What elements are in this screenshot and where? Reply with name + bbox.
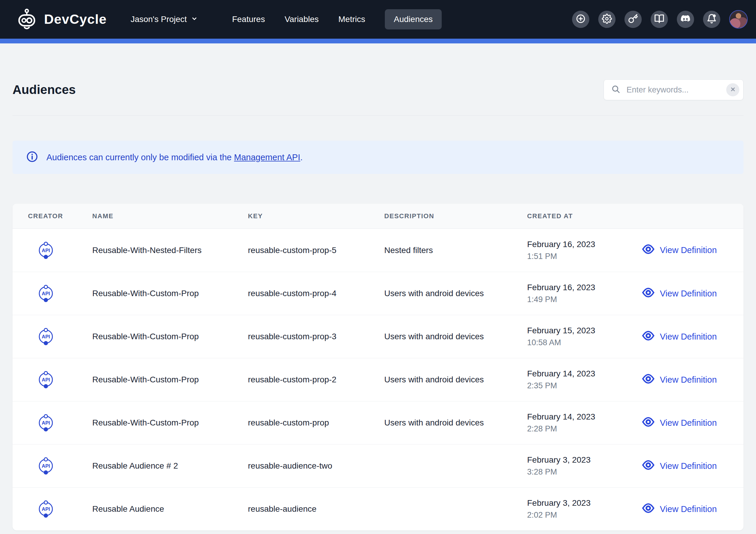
search-input[interactable] (626, 85, 726, 95)
clear-search-button[interactable] (726, 83, 739, 96)
audience-key: reusable-custom-prop (248, 418, 384, 427)
audience-description: Users with android devices (384, 418, 527, 427)
creator-cell: API (28, 413, 92, 432)
api-creator-icon: API (28, 370, 92, 389)
view-definition-label: View Definition (660, 289, 717, 298)
eye-icon (642, 502, 655, 517)
svg-text:API: API (42, 377, 50, 382)
discord-icon (680, 13, 691, 25)
bell-icon (707, 14, 717, 25)
management-api-link[interactable]: Management API (234, 153, 300, 162)
view-definition-label: View Definition (660, 245, 717, 255)
created-at-cell: February 15, 2023 10:58 AM (527, 326, 630, 347)
view-definition-link[interactable]: View Definition (630, 243, 743, 258)
created-date: February 16, 2023 (527, 283, 630, 292)
created-at-cell: February 3, 2023 2:02 PM (527, 498, 630, 520)
api-creator-icon: API (28, 284, 92, 303)
audiences-table: Creator Name Key Description Created At … (13, 204, 743, 530)
table-body: API Reusable-With-Nested-Filters reusabl… (13, 229, 743, 530)
audience-description: Users with android devices (384, 289, 527, 298)
created-date: February 3, 2023 (527, 455, 630, 465)
creator-cell: API (28, 370, 92, 389)
api-creator-icon: API (28, 241, 92, 260)
view-definition-link[interactable]: View Definition (630, 502, 743, 517)
nav-item-metrics[interactable]: Metrics (338, 9, 365, 29)
table-row: API Reusable-With-Nested-Filters reusabl… (13, 229, 743, 272)
audience-description: Users with android devices (384, 375, 527, 384)
navbar-actions (572, 10, 748, 29)
top-navbar: DevCycle Jason's Project Features Variab… (0, 0, 756, 38)
view-definition-link[interactable]: View Definition (630, 372, 743, 387)
info-icon (26, 151, 38, 164)
settings-button[interactable] (598, 11, 615, 28)
nav-item-variables[interactable]: Variables (284, 9, 319, 29)
audience-name: Reusable-With-Custom-Prop (92, 418, 248, 427)
eye-icon (642, 329, 655, 344)
main-content: Audiences (0, 43, 756, 530)
nav-item-features[interactable]: Features (232, 9, 265, 29)
audience-key: reusable-custom-prop-2 (248, 375, 384, 384)
table-row: API Reusable-With-Custom-Prop reusable-c… (13, 358, 743, 401)
chevron-down-icon (191, 14, 198, 24)
creator-cell: API (28, 327, 92, 346)
created-time: 1:49 PM (527, 295, 630, 304)
table-header-row: Creator Name Key Description Created At (13, 204, 743, 229)
view-definition-link[interactable]: View Definition (630, 416, 743, 430)
view-definition-label: View Definition (660, 375, 717, 385)
accent-bar (0, 38, 756, 43)
table-row: API Reusable Audience # 2 reusable-audie… (13, 444, 743, 487)
svg-text:API: API (42, 420, 50, 425)
creator-cell: API (28, 284, 92, 303)
page-title: Audiences (13, 83, 76, 97)
api-creator-icon: API (28, 413, 92, 432)
devcycle-robot-logo-icon (16, 8, 38, 31)
created-date: February 3, 2023 (527, 498, 630, 508)
table-row: API Reusable Audience reusable-audience … (13, 487, 743, 530)
user-avatar[interactable] (729, 10, 748, 29)
plus-circle-icon (576, 14, 586, 25)
created-at-cell: February 16, 2023 1:49 PM (527, 283, 630, 304)
created-time: 2:28 PM (527, 424, 630, 434)
api-keys-button[interactable] (624, 11, 642, 28)
banner-message: Audiences can currently only be modified… (46, 153, 303, 162)
nav-item-audiences[interactable]: Audiences (385, 9, 442, 29)
page-header: Audiences (13, 43, 743, 105)
table-row: API Reusable-With-Custom-Prop reusable-c… (13, 401, 743, 444)
svg-text:API: API (42, 248, 50, 253)
discord-button[interactable] (677, 11, 694, 28)
created-date: February 14, 2023 (527, 412, 630, 421)
api-creator-icon: API (28, 327, 92, 346)
column-header-name: Name (92, 212, 248, 220)
view-definition-link[interactable]: View Definition (630, 286, 743, 301)
creator-cell: API (28, 499, 92, 519)
create-button[interactable] (572, 11, 589, 28)
docs-button[interactable] (651, 11, 668, 28)
gear-icon (602, 14, 612, 25)
api-creator-icon: API (28, 456, 92, 475)
column-header-created-at: Created At (527, 212, 630, 220)
audience-key: reusable-custom-prop-5 (248, 245, 384, 255)
audience-name: Reusable Audience # 2 (92, 461, 248, 471)
view-definition-label: View Definition (660, 461, 717, 471)
info-banner: Audiences can currently only be modified… (13, 140, 743, 174)
view-definition-link[interactable]: View Definition (630, 329, 743, 344)
eye-icon (642, 286, 655, 301)
creator-cell: API (28, 456, 92, 475)
created-date: February 16, 2023 (527, 240, 630, 249)
notifications-button[interactable] (703, 11, 720, 28)
view-definition-link[interactable]: View Definition (630, 459, 743, 473)
banner-text-before: Audiences can currently only be modified… (46, 153, 234, 162)
brand[interactable]: DevCycle (16, 8, 107, 31)
created-at-cell: February 16, 2023 1:51 PM (527, 240, 630, 261)
eye-icon (642, 416, 655, 430)
brand-name: DevCycle (44, 12, 107, 27)
eye-icon (642, 372, 655, 387)
project-selector-dropdown[interactable]: Jason's Project (131, 14, 198, 24)
creator-cell: API (28, 241, 92, 260)
audience-key: reusable-custom-prop-4 (248, 289, 384, 298)
column-header-description: Description (384, 212, 527, 220)
created-time: 10:58 AM (527, 338, 630, 347)
book-icon (654, 14, 664, 25)
created-date: February 15, 2023 (527, 326, 630, 335)
audience-key: reusable-audience (248, 504, 384, 514)
